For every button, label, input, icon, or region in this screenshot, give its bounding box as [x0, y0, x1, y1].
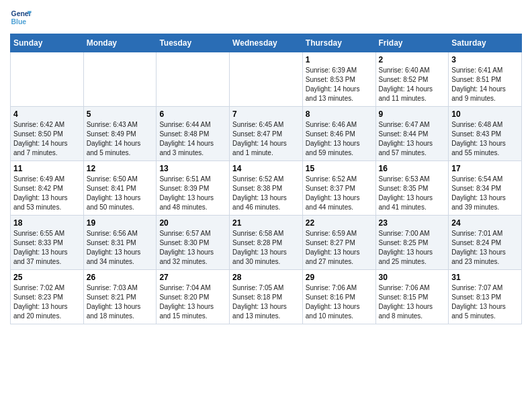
- day-number: 14: [232, 164, 300, 173]
- day-number: 26: [87, 273, 154, 282]
- calendar-cell: 24Sunrise: 7:01 AM Sunset: 8:24 PM Dayli…: [449, 216, 522, 270]
- day-number: 9: [379, 109, 446, 119]
- day-info: Sunrise: 7:06 AM Sunset: 8:15 PM Dayligh…: [379, 283, 446, 321]
- day-info: Sunrise: 6:56 AM Sunset: 8:31 PM Dayligh…: [87, 229, 154, 267]
- logo: General Blue: [10, 7, 34, 28]
- calendar-cell: 17Sunrise: 6:54 AM Sunset: 8:34 PM Dayli…: [449, 161, 522, 216]
- day-number: 19: [87, 218, 154, 228]
- day-number: 7: [232, 109, 300, 119]
- day-info: Sunrise: 7:02 AM Sunset: 8:23 PM Dayligh…: [13, 283, 81, 321]
- calendar-week-row: 25Sunrise: 7:02 AM Sunset: 8:23 PM Dayli…: [11, 270, 522, 324]
- day-info: Sunrise: 7:04 AM Sunset: 8:20 PM Dayligh…: [159, 283, 226, 321]
- calendar-cell: 2Sunrise: 6:40 AM Sunset: 8:52 PM Daylig…: [375, 52, 449, 107]
- calendar-cell: [11, 52, 84, 107]
- calendar-table: SundayMondayTuesdayWednesdayThursdayFrid…: [10, 34, 522, 324]
- day-info: Sunrise: 7:06 AM Sunset: 8:16 PM Dayligh…: [306, 283, 373, 321]
- calendar-cell: 11Sunrise: 6:49 AM Sunset: 8:42 PM Dayli…: [11, 161, 84, 216]
- calendar-cell: 23Sunrise: 7:00 AM Sunset: 8:25 PM Dayli…: [375, 216, 449, 270]
- calendar-cell: 10Sunrise: 6:48 AM Sunset: 8:43 PM Dayli…: [449, 107, 522, 161]
- calendar-cell: [230, 52, 303, 107]
- calendar-cell: 6Sunrise: 6:44 AM Sunset: 8:48 PM Daylig…: [157, 107, 230, 161]
- day-number: 11: [13, 164, 81, 173]
- day-info: Sunrise: 6:44 AM Sunset: 8:48 PM Dayligh…: [159, 120, 226, 158]
- calendar-cell: 4Sunrise: 6:42 AM Sunset: 8:50 PM Daylig…: [11, 107, 84, 161]
- day-info: Sunrise: 7:05 AM Sunset: 8:18 PM Dayligh…: [232, 283, 300, 321]
- calendar-cell: 8Sunrise: 6:46 AM Sunset: 8:46 PM Daylig…: [302, 107, 375, 161]
- calendar-cell: 5Sunrise: 6:43 AM Sunset: 8:49 PM Daylig…: [83, 107, 157, 161]
- calendar-cell: 28Sunrise: 7:05 AM Sunset: 8:18 PM Dayli…: [230, 270, 303, 324]
- calendar-cell: 7Sunrise: 6:45 AM Sunset: 8:47 PM Daylig…: [230, 107, 303, 161]
- day-number: 6: [159, 109, 226, 119]
- day-number: 8: [306, 109, 373, 119]
- header-friday: Friday: [375, 34, 449, 52]
- day-info: Sunrise: 6:49 AM Sunset: 8:42 PM Dayligh…: [13, 175, 81, 212]
- page-header: General Blue: [10, 7, 522, 28]
- day-info: Sunrise: 6:43 AM Sunset: 8:49 PM Dayligh…: [87, 120, 154, 158]
- calendar-cell: 26Sunrise: 7:03 AM Sunset: 8:21 PM Dayli…: [83, 270, 157, 324]
- day-number: 22: [306, 218, 373, 228]
- svg-text:Blue: Blue: [11, 18, 27, 26]
- day-number: 5: [87, 109, 154, 119]
- day-number: 27: [159, 273, 226, 282]
- day-number: 10: [451, 109, 519, 119]
- day-number: 24: [451, 218, 519, 228]
- day-info: Sunrise: 6:53 AM Sunset: 8:35 PM Dayligh…: [379, 175, 446, 212]
- day-number: 29: [306, 273, 373, 282]
- day-number: 17: [451, 164, 519, 173]
- logo-icon: General Blue: [10, 7, 32, 28]
- day-number: 18: [13, 218, 81, 228]
- day-number: 25: [13, 273, 81, 282]
- calendar-cell: 9Sunrise: 6:47 AM Sunset: 8:44 PM Daylig…: [375, 107, 449, 161]
- day-number: 21: [232, 218, 300, 228]
- calendar-cell: 16Sunrise: 6:53 AM Sunset: 8:35 PM Dayli…: [375, 161, 449, 216]
- calendar-cell: 22Sunrise: 6:59 AM Sunset: 8:27 PM Dayli…: [302, 216, 375, 270]
- calendar-cell: 29Sunrise: 7:06 AM Sunset: 8:16 PM Dayli…: [302, 270, 375, 324]
- calendar-cell: 12Sunrise: 6:50 AM Sunset: 8:41 PM Dayli…: [83, 161, 157, 216]
- day-info: Sunrise: 6:41 AM Sunset: 8:51 PM Dayligh…: [451, 66, 519, 103]
- header-tuesday: Tuesday: [157, 34, 230, 52]
- calendar-cell: 13Sunrise: 6:51 AM Sunset: 8:39 PM Dayli…: [157, 161, 230, 216]
- calendar-week-row: 18Sunrise: 6:55 AM Sunset: 8:33 PM Dayli…: [11, 216, 522, 270]
- day-info: Sunrise: 6:46 AM Sunset: 8:46 PM Dayligh…: [306, 120, 373, 158]
- calendar-cell: 27Sunrise: 7:04 AM Sunset: 8:20 PM Dayli…: [157, 270, 230, 324]
- day-number: 31: [451, 273, 519, 282]
- day-number: 20: [159, 218, 226, 228]
- day-info: Sunrise: 6:42 AM Sunset: 8:50 PM Dayligh…: [13, 120, 81, 158]
- day-info: Sunrise: 6:51 AM Sunset: 8:39 PM Dayligh…: [159, 175, 226, 212]
- day-number: 13: [159, 164, 226, 173]
- day-info: Sunrise: 7:00 AM Sunset: 8:25 PM Dayligh…: [379, 229, 446, 267]
- day-info: Sunrise: 6:48 AM Sunset: 8:43 PM Dayligh…: [451, 120, 519, 158]
- calendar-cell: 31Sunrise: 7:07 AM Sunset: 8:13 PM Dayli…: [449, 270, 522, 324]
- day-info: Sunrise: 6:47 AM Sunset: 8:44 PM Dayligh…: [379, 120, 446, 158]
- calendar-cell: 21Sunrise: 6:58 AM Sunset: 8:28 PM Dayli…: [230, 216, 303, 270]
- day-info: Sunrise: 6:59 AM Sunset: 8:27 PM Dayligh…: [306, 229, 373, 267]
- day-info: Sunrise: 6:58 AM Sunset: 8:28 PM Dayligh…: [232, 229, 300, 267]
- calendar-header-row: SundayMondayTuesdayWednesdayThursdayFrid…: [11, 34, 522, 52]
- calendar-week-row: 4Sunrise: 6:42 AM Sunset: 8:50 PM Daylig…: [11, 107, 522, 161]
- day-info: Sunrise: 7:07 AM Sunset: 8:13 PM Dayligh…: [451, 283, 519, 321]
- day-info: Sunrise: 6:50 AM Sunset: 8:41 PM Dayligh…: [87, 175, 154, 212]
- calendar-week-row: 11Sunrise: 6:49 AM Sunset: 8:42 PM Dayli…: [11, 161, 522, 216]
- day-info: Sunrise: 6:57 AM Sunset: 8:30 PM Dayligh…: [159, 229, 226, 267]
- day-number: 4: [13, 109, 81, 119]
- calendar-cell: 20Sunrise: 6:57 AM Sunset: 8:30 PM Dayli…: [157, 216, 230, 270]
- day-info: Sunrise: 6:52 AM Sunset: 8:37 PM Dayligh…: [306, 175, 373, 212]
- day-number: 1: [306, 55, 373, 64]
- day-info: Sunrise: 6:40 AM Sunset: 8:52 PM Dayligh…: [379, 66, 446, 103]
- calendar-cell: 25Sunrise: 7:02 AM Sunset: 8:23 PM Dayli…: [11, 270, 84, 324]
- day-number: 23: [379, 218, 446, 228]
- calendar-cell: 30Sunrise: 7:06 AM Sunset: 8:15 PM Dayli…: [375, 270, 449, 324]
- day-info: Sunrise: 6:45 AM Sunset: 8:47 PM Dayligh…: [232, 120, 300, 158]
- header-monday: Monday: [83, 34, 157, 52]
- day-number: 3: [451, 55, 519, 64]
- calendar-cell: 15Sunrise: 6:52 AM Sunset: 8:37 PM Dayli…: [302, 161, 375, 216]
- header-saturday: Saturday: [449, 34, 522, 52]
- calendar-cell: 18Sunrise: 6:55 AM Sunset: 8:33 PM Dayli…: [11, 216, 84, 270]
- header-wednesday: Wednesday: [230, 34, 303, 52]
- day-number: 28: [232, 273, 300, 282]
- day-info: Sunrise: 6:54 AM Sunset: 8:34 PM Dayligh…: [451, 175, 519, 212]
- day-number: 15: [306, 164, 373, 173]
- calendar-week-row: 1Sunrise: 6:39 AM Sunset: 8:53 PM Daylig…: [11, 52, 522, 107]
- day-info: Sunrise: 6:52 AM Sunset: 8:38 PM Dayligh…: [232, 175, 300, 212]
- day-number: 12: [87, 164, 154, 173]
